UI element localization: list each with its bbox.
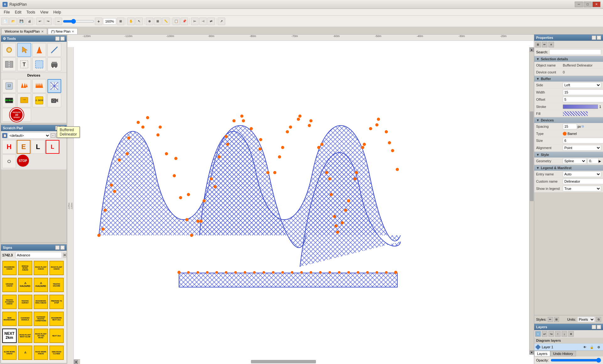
horizontal-scrollbar[interactable]: ◄ ► bbox=[74, 360, 515, 364]
side-select[interactable]: LeftRightBoth bbox=[563, 82, 601, 88]
toolbar-export[interactable]: ↗ bbox=[218, 18, 225, 25]
device-counter[interactable]: 12 bbox=[2, 79, 16, 93]
toolbar-snap[interactable]: ⊕ bbox=[146, 18, 153, 25]
tool-vehicle[interactable] bbox=[47, 57, 61, 71]
tools-panel-close[interactable]: ✕ bbox=[60, 36, 65, 41]
layers-add[interactable]: + bbox=[535, 331, 541, 337]
device-vms[interactable]: VMS Board bbox=[2, 94, 16, 107]
scratch-select[interactable]: <default> bbox=[8, 132, 50, 139]
layers-delete[interactable]: ✕ bbox=[568, 331, 574, 337]
sign-roadwork-next[interactable]: ROADWORK NEXT 2km bbox=[49, 312, 64, 326]
tool-line[interactable] bbox=[47, 43, 61, 57]
buffer-header[interactable]: ▼ Buffer bbox=[534, 76, 603, 82]
scratch-item-L1[interactable]: L bbox=[31, 140, 45, 154]
size-input[interactable] bbox=[563, 138, 603, 143]
devices-header[interactable]: ▼ Devices bbox=[534, 117, 603, 123]
close-button[interactable]: ✕ bbox=[592, 2, 600, 7]
toolbar-zoom-out[interactable]: − bbox=[55, 18, 62, 25]
device-arrow-board[interactable]: → bbox=[17, 94, 31, 107]
width-input[interactable] bbox=[563, 89, 603, 95]
tab-new-plan-close[interactable]: ✕ bbox=[72, 30, 74, 33]
layers-up[interactable]: ↑ bbox=[555, 331, 561, 337]
menu-tools[interactable]: Tools bbox=[24, 9, 38, 15]
geometry-extra-input[interactable] bbox=[588, 158, 599, 164]
device-cones[interactable] bbox=[17, 79, 31, 93]
sign-roadwork-500[interactable]: ROADWORK 500m AHEAD bbox=[34, 295, 48, 309]
sign-road-plant-slow[interactable]: ROAD PLANT MUST SLOW bbox=[18, 329, 32, 343]
search-input[interactable] bbox=[549, 49, 601, 55]
tool-arrow[interactable] bbox=[17, 43, 31, 57]
sign-give-way[interactable]: ⚠ bbox=[18, 345, 32, 360]
styles-icon-1[interactable]: ✏ bbox=[548, 317, 553, 322]
menu-edit[interactable]: Edit bbox=[12, 9, 24, 15]
toolbar-save[interactable]: 💾 bbox=[18, 18, 25, 25]
scratch-add-left[interactable]: ← bbox=[51, 133, 55, 138]
entry-name-select[interactable]: AutoCustom bbox=[563, 171, 601, 177]
alignment-select[interactable]: PointCenterEdge bbox=[563, 145, 601, 151]
main-canvas[interactable] bbox=[80, 47, 534, 364]
sign-road-work[interactable]: ROAD WORK AHEAD bbox=[34, 345, 48, 360]
toolbar-measure[interactable]: 📏 bbox=[162, 18, 170, 25]
layer-1-lock[interactable]: 🔒 bbox=[589, 345, 594, 350]
tool-zone[interactable] bbox=[32, 57, 46, 71]
tool-cone[interactable] bbox=[32, 43, 46, 57]
scroll-v-up[interactable]: ▲ bbox=[530, 48, 534, 52]
props-close[interactable]: ✕ bbox=[597, 35, 601, 40]
show-legend-select[interactable]: TrueFalse bbox=[563, 186, 601, 191]
custom-name-input[interactable] bbox=[563, 179, 603, 184]
signs-filter-input[interactable] bbox=[15, 252, 62, 258]
sign-bridgework-ahead[interactable]: BRIDGE WORK AHEAD bbox=[18, 261, 32, 275]
signs-settings[interactable]: ⚙ bbox=[63, 253, 66, 257]
undo-history-tab[interactable]: Undo History bbox=[550, 351, 576, 356]
toolbar-select[interactable]: ↖ bbox=[135, 18, 143, 25]
sign-slow-work[interactable]: SLOW WORK AHEAD bbox=[2, 345, 17, 360]
styles-icon-2[interactable]: ⊞ bbox=[554, 317, 559, 322]
tab-welcome-close[interactable]: ✕ bbox=[41, 30, 44, 33]
sign-prepare-stop[interactable]: PREPARE TO STOP bbox=[49, 295, 64, 309]
vertical-scrollbar[interactable]: ▲ ▼ bbox=[529, 47, 534, 355]
layer-1-settings[interactable]: ⚙ bbox=[596, 345, 601, 350]
sign-traffic-accident[interactable]: TRAFFIC ACCIDENT AHEAD bbox=[2, 295, 17, 309]
toolbar-align-right[interactable]: ⊣ bbox=[199, 18, 207, 25]
sign-hazard-1[interactable]: ⚠HAZARD bbox=[18, 278, 32, 292]
sign-next-2km-white[interactable]: NEXT2km bbox=[2, 329, 17, 343]
sign-next-2km-yellow[interactable]: NEXT 2km bbox=[49, 329, 64, 343]
device-speed-sign[interactable]: REDUCE 40 SPEED bbox=[2, 108, 31, 122]
layers-undo[interactable]: ↩ bbox=[542, 331, 547, 337]
sign-roadwork-ahead[interactable]: ROADWORK AHEAD bbox=[2, 261, 17, 275]
tab-welcome[interactable]: Welcome to RapidPlan ✕ bbox=[1, 28, 47, 34]
layers-down[interactable]: ↓ bbox=[562, 331, 567, 337]
style-header[interactable]: ▼ Style bbox=[534, 152, 603, 158]
maximize-button[interactable]: □ bbox=[584, 2, 592, 7]
scroll-h-left[interactable]: ◄ bbox=[74, 360, 78, 364]
sign-traffic-hazard[interactable]: TRAFFIC HAZARD bbox=[49, 278, 64, 292]
sign-hazard-2[interactable]: ⚠HAZARD bbox=[34, 278, 48, 292]
layer-1-visible[interactable]: 👁 bbox=[582, 345, 587, 350]
toolbar-grid[interactable]: ⊞ bbox=[154, 18, 161, 25]
scroll-h-thumb[interactable] bbox=[251, 360, 316, 363]
toolbar-pan[interactable]: ✋ bbox=[127, 18, 135, 25]
scratch-item-L2[interactable]: L bbox=[46, 140, 59, 154]
sign-road-plant-on[interactable]: ROAD PLANT ON THIS ROAD bbox=[34, 329, 48, 343]
layers-pin[interactable]: − bbox=[592, 325, 596, 329]
sign-grader-ahead[interactable]: GRADER AHEAD bbox=[2, 278, 17, 292]
sign-new-boundaries[interactable]: NEW BOUNDARIES bbox=[2, 312, 17, 326]
tools-panel-pin[interactable]: − bbox=[55, 36, 60, 41]
sign-traffic-survey[interactable]: TRAFFIC SURVEY bbox=[18, 295, 32, 309]
selection-details-header[interactable]: ▼ Selection details bbox=[534, 56, 603, 62]
scratch-item-circle[interactable]: ○ bbox=[2, 154, 16, 168]
signs-panel-pin[interactable]: − bbox=[55, 245, 60, 250]
sign-changed-traffic[interactable]: CHANGED TRAFFIC CONDITIONS bbox=[34, 312, 48, 326]
toolbar-open[interactable]: 📂 bbox=[9, 18, 17, 25]
zoom-slider[interactable] bbox=[63, 19, 94, 24]
layers-tab[interactable]: Layers bbox=[534, 351, 550, 356]
minimize-button[interactable]: ─ bbox=[575, 2, 583, 7]
toolbar-undo[interactable]: ↩ bbox=[36, 18, 44, 25]
menu-help[interactable]: Help bbox=[51, 9, 64, 15]
tool-select[interactable]: ⊙ bbox=[2, 43, 16, 57]
scroll-v-thumb[interactable] bbox=[530, 111, 534, 201]
spacing-input[interactable] bbox=[563, 124, 577, 129]
sign-road-plant-ahead-2[interactable]: ROAD PLANT AHEAD bbox=[49, 261, 64, 275]
sign-road-plant-ahead[interactable]: ROAD PLANT AHEAD bbox=[34, 261, 48, 275]
legend-header[interactable]: ▼ Legend & Manifest bbox=[534, 165, 603, 171]
